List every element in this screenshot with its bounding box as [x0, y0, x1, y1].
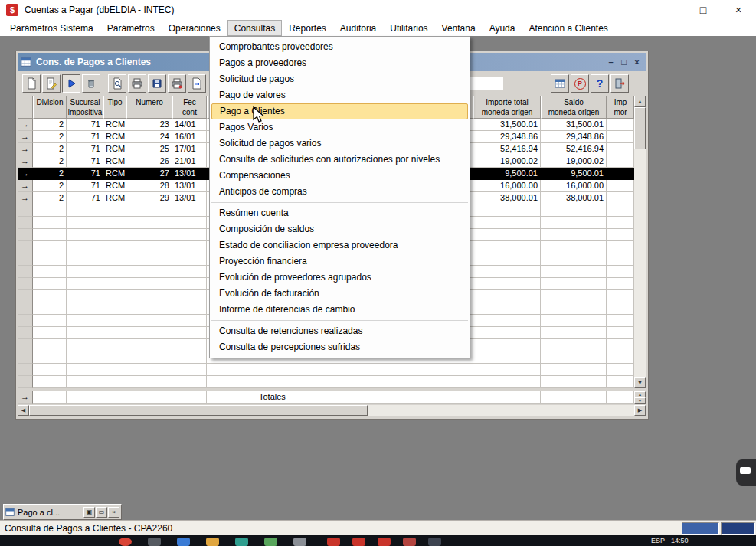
cell-saldo: 19,000.02: [541, 155, 607, 168]
taskbar-app-icon[interactable]: [378, 538, 391, 546]
child-maximize-button[interactable]: □: [617, 57, 630, 68]
scroll-left-button[interactable]: ◀: [18, 405, 29, 416]
cell-empty: [473, 290, 541, 302]
cell-empty: [541, 339, 607, 351]
percent-button[interactable]: P: [571, 74, 589, 93]
cell-empty: [67, 327, 103, 339]
taskbar-app-icon[interactable]: [352, 538, 365, 546]
menu-item-solicitud-de-pagos[interactable]: Solicitud de pagos: [210, 71, 470, 87]
menubar-item-ayuda[interactable]: Ayuda: [483, 20, 522, 36]
new-button[interactable]: [22, 74, 41, 93]
menu-item-solicitud-de-pagos-varios[interactable]: Solicitud de pagos varios: [210, 136, 470, 152]
menubar-item-ventana[interactable]: Ventana: [435, 20, 483, 36]
help-button[interactable]: ?: [591, 74, 609, 93]
cell-importe: 31,500.01: [473, 119, 541, 131]
scroll-down-button[interactable]: ▼: [634, 377, 646, 388]
menu-item-informe-de-diferencias-de-cambio[interactable]: Informe de diferencias de cambio: [210, 302, 470, 318]
taskbar-app-icon[interactable]: [235, 538, 248, 546]
spinner-down-icon[interactable]: ▼: [634, 397, 646, 404]
taskbar-app-icon[interactable]: [403, 538, 416, 546]
menubar-item-atencion-a-clientes[interactable]: Atención a Clientes: [522, 20, 614, 36]
cell-tipo: RCM: [103, 192, 126, 204]
vertical-scrollbar[interactable]: ▲ ▼: [634, 96, 646, 388]
menubar-item-utilitarios[interactable]: Utilitarios: [383, 20, 434, 36]
run-button[interactable]: [62, 74, 80, 93]
menubar-item-operaciones[interactable]: Operaciones: [162, 20, 227, 36]
menu-item-resumen-cuenta[interactable]: Resúmen cuenta: [210, 205, 470, 221]
menubar-item-auditoria[interactable]: Auditoria: [333, 20, 383, 36]
menu-item-anticipos-de-compras[interactable]: Anticipos de compras: [210, 184, 470, 200]
print-config-button[interactable]: [168, 74, 186, 93]
menubar-item-consultas[interactable]: Consultas: [227, 20, 282, 36]
scroll-up-button[interactable]: ▲: [634, 96, 646, 107]
scroll-right-button[interactable]: ▶: [634, 405, 646, 416]
cell-empty: [103, 217, 126, 229]
chat-overlay-button[interactable]: [736, 459, 756, 486]
delete-button[interactable]: [82, 74, 100, 93]
taskbar-app-icon[interactable]: [148, 538, 161, 546]
taskbar-app-icon[interactable]: [119, 538, 132, 546]
maximize-button[interactable]: □: [686, 0, 721, 20]
row-indicator: [18, 364, 33, 376]
menubar-item-parametros-sistema[interactable]: Parámetros Sistema: [3, 20, 100, 36]
cell-empty: [126, 391, 172, 404]
export-button[interactable]: [188, 74, 206, 93]
edit-button[interactable]: [42, 74, 61, 93]
taskbar-app-icon[interactable]: [177, 538, 190, 546]
horizontal-scrollbar[interactable]: ◀ ▶: [18, 405, 646, 416]
cell-empty: [33, 327, 67, 339]
child-close-button[interactable]: ×: [630, 57, 643, 68]
menubar-item-reportes[interactable]: Reportes: [282, 20, 333, 36]
cell-empty: [33, 351, 67, 364]
child-minimize-button[interactable]: –: [604, 57, 617, 68]
minimize-button[interactable]: –: [650, 0, 686, 20]
preview-button[interactable]: [108, 74, 126, 93]
taskbar-clock[interactable]: 14:50: [671, 537, 689, 544]
print-button[interactable]: [128, 74, 146, 93]
taskbar-app-icon[interactable]: [264, 538, 277, 546]
menu-item-composicion-de-saldos[interactable]: Composición de saldos: [210, 221, 470, 237]
cell-fecha: 16/01: [172, 131, 207, 143]
menu-item-pagos-varios[interactable]: Pagos Varios: [210, 119, 470, 136]
menu-item-consulta-de-percepciones-sufridas[interactable]: Consulta de percepciones sufridas: [210, 339, 470, 355]
statusbar: Consulta de Pagos a Clientes - CPA2260: [0, 520, 756, 536]
maximize-button[interactable]: ▭: [96, 507, 107, 518]
menu-item-pago-a-clientes[interactable]: Pago a Clientes: [211, 103, 468, 119]
close-button[interactable]: ×: [108, 507, 119, 518]
taskbar-app-icon[interactable]: [428, 538, 441, 546]
menu-item-proyeccion-financiera[interactable]: Proyección financiera: [210, 253, 470, 270]
totals-spinner[interactable]: ▲ ▼: [634, 391, 646, 404]
cell-empty: [126, 376, 172, 388]
menu-item-estado-de-conciliacion-empresa-proveedora[interactable]: Estado de conciliacion empresa proveedor…: [210, 237, 470, 253]
help-icon: ?: [597, 77, 604, 90]
menu-item-pago-de-valores[interactable]: Pago de valores: [210, 87, 470, 103]
spinner-up-icon[interactable]: ▲: [634, 391, 646, 397]
vertical-scroll-thumb[interactable]: [634, 107, 646, 149]
taskbar-app-icon[interactable]: [327, 538, 340, 546]
cell-division: 2: [33, 155, 67, 168]
taskbar: ESP 14:50: [0, 535, 756, 546]
menu-item-consulta-de-retenciones-realizadas[interactable]: Consulta de retenciones realizadas: [210, 323, 470, 339]
menu-item-compensaciones[interactable]: Compensaciones: [210, 168, 470, 184]
menubar-item-parametros[interactable]: Parámetros: [100, 20, 162, 36]
cell-empty: [541, 253, 607, 266]
taskbar-app-icon[interactable]: [206, 538, 219, 546]
menu-item-pagos-a-proveedores[interactable]: Pagos a proveedores: [210, 55, 470, 71]
grid-view-button[interactable]: [551, 74, 569, 93]
cell-empty: [473, 376, 541, 388]
minimized-window[interactable]: Pago a cl... ▣ ▭ ×: [3, 504, 122, 520]
menu-item-comprobantes-proveedores[interactable]: Comprobantes proveedores: [210, 39, 470, 55]
save-button[interactable]: [148, 74, 166, 93]
taskbar-app-icon[interactable]: [293, 538, 306, 546]
grid-header-col-2: Sucursalimpositiva: [67, 96, 103, 119]
taskbar-language[interactable]: ESP: [651, 537, 665, 544]
cell-empty: [172, 266, 207, 278]
menu-item-evolucion-de-proveedores-agrupados[interactable]: Evolución de proveedores agrupados: [210, 270, 470, 286]
menu-item-consulta-de-solicitudes-con-autorizaciones-por-niveles[interactable]: Consulta de solicitudes con autorizacion…: [210, 152, 470, 168]
close-button[interactable]: ×: [721, 0, 756, 20]
exit-button[interactable]: [610, 74, 629, 93]
restore-button[interactable]: ▣: [83, 507, 95, 518]
cell-empty: [67, 302, 103, 315]
menu-item-evolucion-de-facturacion[interactable]: Evolución de facturación: [210, 286, 470, 302]
horizontal-scroll-thumb[interactable]: [29, 405, 368, 416]
